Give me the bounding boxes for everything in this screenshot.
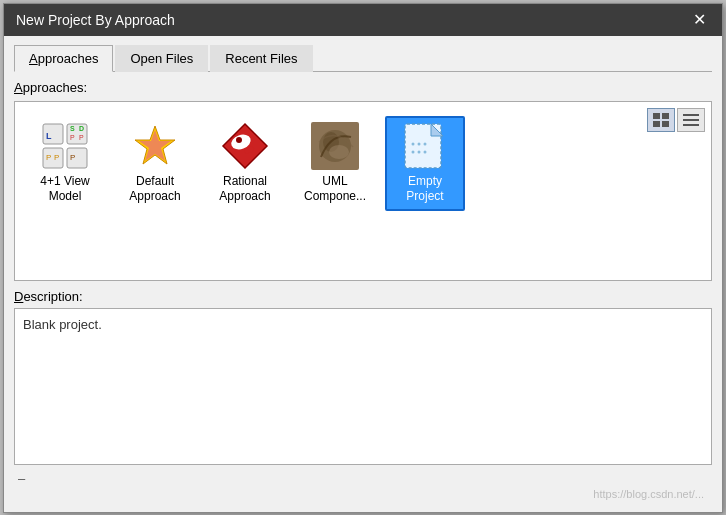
watermark: https://blog.csdn.net/...	[14, 486, 712, 502]
svg-point-33	[424, 142, 427, 145]
svg-point-28	[329, 145, 349, 159]
4plus1-icon: L S D P P P P P	[41, 122, 89, 170]
svg-point-31	[412, 142, 415, 145]
footer-dash: –	[14, 465, 712, 486]
svg-rect-1	[662, 113, 669, 119]
description-box: Blank project.	[14, 308, 712, 465]
approaches-label: Approaches:	[14, 80, 712, 95]
svg-rect-6	[683, 124, 699, 126]
tab-bar: Approaches Open Files Recent Files	[14, 44, 712, 72]
4plus1-label: 4+1 ViewModel	[40, 174, 89, 205]
view-toggle	[647, 108, 705, 132]
svg-point-35	[418, 150, 421, 153]
tab-recent-files[interactable]: Recent Files	[210, 45, 312, 72]
approach-item-default[interactable]: DefaultApproach	[115, 116, 195, 211]
title-bar: New Project By Approach ✕	[4, 4, 722, 36]
svg-text:L: L	[46, 131, 52, 141]
svg-text:P: P	[70, 153, 75, 162]
new-project-dialog: New Project By Approach ✕ Approaches Ope…	[3, 3, 723, 513]
svg-point-24	[236, 137, 242, 143]
svg-point-34	[412, 150, 415, 153]
svg-rect-3	[662, 121, 669, 127]
empty-label: Empty Project	[391, 174, 459, 205]
svg-rect-4	[683, 114, 699, 116]
tab-approaches[interactable]: Approaches	[14, 45, 113, 72]
svg-text:P: P	[79, 134, 84, 141]
svg-text:S: S	[70, 125, 75, 132]
list-view-btn[interactable]	[677, 108, 705, 132]
large-icon-view-btn[interactable]	[647, 108, 675, 132]
description-text: Blank project.	[23, 317, 102, 332]
description-area: Description: Blank project.	[14, 289, 712, 465]
svg-rect-5	[683, 119, 699, 121]
approach-item-empty[interactable]: Empty Project	[385, 116, 465, 211]
svg-text:P: P	[46, 153, 51, 162]
uml-icon	[311, 122, 359, 170]
description-label: Description:	[14, 289, 712, 304]
default-label: DefaultApproach	[129, 174, 180, 205]
tab-open-files[interactable]: Open Files	[115, 45, 208, 72]
svg-text:P: P	[70, 134, 75, 141]
dialog-body: Approaches Open Files Recent Files Appro…	[4, 36, 722, 512]
dialog-title: New Project By Approach	[16, 12, 175, 28]
approach-item-4plus1[interactable]: L S D P P P P P	[25, 116, 105, 211]
svg-point-32	[418, 142, 421, 145]
svg-rect-2	[653, 121, 660, 127]
rational-icon	[221, 122, 269, 170]
approach-items: L S D P P P P P	[25, 112, 465, 211]
approaches-panel: L S D P P P P P	[14, 101, 712, 281]
approach-item-rational[interactable]: RationalApproach	[205, 116, 285, 211]
rational-label: RationalApproach	[219, 174, 270, 205]
svg-text:P: P	[54, 153, 59, 162]
empty-icon	[401, 122, 449, 170]
uml-label: UMLCompone...	[304, 174, 366, 205]
close-button[interactable]: ✕	[689, 12, 710, 28]
approach-item-uml[interactable]: UMLCompone...	[295, 116, 375, 211]
default-icon	[131, 122, 179, 170]
svg-point-36	[424, 150, 427, 153]
svg-rect-0	[653, 113, 660, 119]
svg-text:D: D	[79, 125, 84, 132]
